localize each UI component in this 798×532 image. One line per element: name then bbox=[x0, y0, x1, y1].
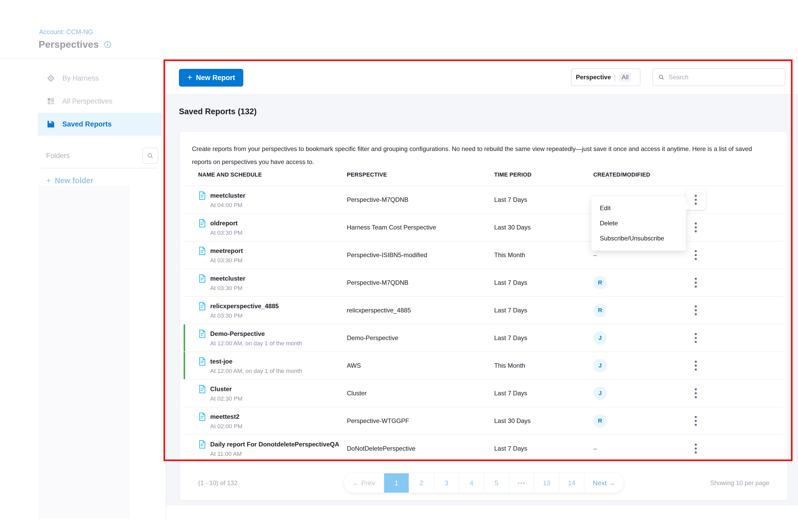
report-name: Cluster bbox=[210, 385, 232, 393]
search-box bbox=[652, 68, 785, 86]
perspective-cell: Harness Team Cost Perspective bbox=[347, 224, 494, 231]
report-name-cell[interactable]: ClusterAt 02:30 PM bbox=[198, 385, 347, 402]
report-doc-icon bbox=[198, 274, 206, 283]
pagination-page-13[interactable]: 13 bbox=[534, 473, 559, 493]
report-name-cell[interactable]: meetclusterAt 03:30 PM bbox=[198, 274, 347, 291]
report-name-cell[interactable]: meetclusterAt 04:00 PM bbox=[198, 191, 347, 209]
avatar: R bbox=[593, 304, 607, 317]
sidebar-item-label: Saved Reports bbox=[62, 120, 112, 128]
report-doc-icon bbox=[198, 329, 206, 338]
sidebar-item-saved-reports[interactable]: Saved Reports bbox=[38, 113, 163, 136]
report-schedule: At 12:00 AM, on day 1 of the month bbox=[198, 340, 347, 347]
info-icon[interactable] bbox=[103, 40, 112, 49]
row-menu-kebab-button[interactable] bbox=[686, 383, 706, 403]
row-menu-kebab-button[interactable] bbox=[686, 356, 706, 376]
report-schedule: At 03:30 PM bbox=[198, 229, 347, 236]
report-doc-icon bbox=[198, 412, 206, 421]
report-name-cell[interactable]: Demo-PerspectiveAt 12:00 AM, on day 1 of… bbox=[198, 329, 347, 347]
report-doc-icon bbox=[198, 302, 206, 310]
new-report-label: New Report bbox=[196, 74, 235, 82]
table-header-row: NAME AND SCHEDULE PERSPECTIVE TIME PERIO… bbox=[184, 172, 784, 178]
menu-item-delete[interactable]: Delete bbox=[591, 216, 686, 231]
report-schedule: At 03:30 PM bbox=[198, 312, 347, 319]
report-name: relicxperspective_4885 bbox=[210, 303, 279, 310]
report-name: oldreport bbox=[210, 220, 238, 227]
avatar: J bbox=[593, 331, 607, 345]
perspective-cell: Perspective-M7QDNB bbox=[347, 279, 494, 286]
sidebar-skeleton-panel bbox=[39, 186, 130, 518]
folders-search-button[interactable] bbox=[142, 148, 158, 164]
report-schedule: At 03:30 PM bbox=[198, 257, 347, 264]
saved-reports-card: Create reports from your perspectives to… bbox=[180, 132, 787, 500]
report-doc-icon bbox=[198, 385, 206, 394]
pagination-page-3[interactable]: 3 bbox=[434, 473, 459, 493]
row-menu-kebab-button[interactable] bbox=[686, 245, 706, 265]
table-row: oldreportAt 03:30 PMHarness Team Cost Pe… bbox=[184, 214, 784, 242]
report-schedule: At 04:00 PM bbox=[198, 202, 347, 209]
folders-label: Folders bbox=[46, 152, 70, 160]
chevron-down-icon bbox=[634, 74, 636, 80]
pagination-showing-label: Showing 10 per page bbox=[710, 479, 769, 487]
plus-icon: + bbox=[46, 176, 51, 185]
column-header-perspective: PERSPECTIVE bbox=[347, 172, 494, 178]
time-period-cell: Last 30 Days bbox=[494, 224, 593, 231]
pagination-prev-button[interactable]: ← Prev bbox=[344, 473, 384, 493]
report-doc-icon bbox=[198, 357, 206, 366]
avatar: R bbox=[593, 276, 607, 289]
report-name-cell[interactable]: oldreportAt 03:30 PM bbox=[198, 219, 347, 236]
menu-item-edit[interactable]: Edit bbox=[591, 201, 686, 216]
table-row: meetreportAt 03:30 PMPerspective-ISIBN5-… bbox=[184, 242, 784, 269]
pagination-page-2[interactable]: 2 bbox=[408, 473, 434, 493]
perspective-cell: DoNotDeletePerspective bbox=[347, 445, 494, 452]
filter-label: Perspective bbox=[576, 74, 611, 81]
card-description: Create reports from your perspectives to… bbox=[192, 142, 760, 169]
pagination-pill: ← Prev 12345•••1314Next → bbox=[344, 473, 624, 493]
report-name: test-joe bbox=[210, 358, 232, 365]
report-name-cell[interactable]: meetreportAt 03:30 PM bbox=[198, 246, 347, 264]
report-name-cell[interactable]: Daily report For DonotdeletePerspectiveQ… bbox=[198, 440, 347, 457]
folders-row: Folders bbox=[38, 148, 163, 164]
row-menu-kebab-button[interactable] bbox=[686, 273, 706, 292]
pagination-next-button[interactable]: Next → bbox=[584, 473, 624, 493]
table-row: meettest2At 02:00 PMPerspective-WTGGPFLa… bbox=[184, 407, 784, 435]
row-menu-kebab-button[interactable] bbox=[686, 328, 706, 348]
table-row: Demo-PerspectiveAt 12:00 AM, on day 1 of… bbox=[184, 324, 784, 352]
menu-item-subscribe[interactable]: Subscribe/Unsubscribe bbox=[591, 231, 686, 246]
perspective-cell: Perspective-M7QDNB bbox=[347, 196, 494, 204]
avatar: J bbox=[593, 359, 607, 373]
pagination-page-1[interactable]: 1 bbox=[384, 473, 408, 493]
sidebar-item-all-perspectives[interactable]: All Perspectives bbox=[38, 90, 163, 113]
pagination-page-14[interactable]: 14 bbox=[559, 473, 584, 493]
search-input[interactable] bbox=[669, 74, 780, 81]
time-period-cell: Last 7 Days bbox=[494, 196, 593, 204]
pagination-ellipsis[interactable]: ••• bbox=[509, 473, 534, 493]
perspective-filter-dropdown[interactable]: Perspective | All bbox=[571, 68, 641, 86]
page-title: Perspectives bbox=[39, 39, 99, 50]
report-name-cell[interactable]: test-joeAt 12:00 AM, on day 1 of the mon… bbox=[198, 357, 347, 375]
row-menu-kebab-button[interactable] bbox=[686, 411, 706, 431]
time-period-cell: Last 7 Days bbox=[494, 334, 593, 342]
table-row: relicxperspective_4885At 03:30 PMrelicxp… bbox=[184, 297, 784, 324]
avatar: J bbox=[593, 386, 607, 400]
sidebar-item-by-harness[interactable]: By Harness bbox=[38, 67, 163, 90]
sidebar: By Harness All Perspectives Saved Report… bbox=[38, 67, 163, 185]
sidebar-item-label: By Harness bbox=[62, 74, 99, 82]
row-menu-kebab-button[interactable] bbox=[686, 300, 706, 320]
row-menu-kebab-button[interactable] bbox=[686, 439, 706, 458]
pagination-page-4[interactable]: 4 bbox=[459, 473, 484, 493]
plus-icon: + bbox=[187, 73, 192, 82]
report-name: meetcluster bbox=[210, 275, 245, 282]
pagination-page-5[interactable]: 5 bbox=[484, 473, 509, 493]
header-divider bbox=[0, 58, 798, 59]
account-breadcrumb[interactable]: Account: CCM-NG bbox=[39, 28, 93, 36]
pagination-range-label: (1 - 10) of 132 bbox=[198, 479, 238, 487]
perspective-cell: AWS bbox=[347, 362, 494, 369]
pagination-row: (1 - 10) of 132 ← Prev 12345•••1314Next … bbox=[180, 473, 787, 493]
time-period-cell: Last 7 Days bbox=[494, 445, 593, 452]
new-folder-button[interactable]: + New folder bbox=[46, 176, 163, 185]
time-period-cell: This Month bbox=[494, 362, 593, 369]
row-menu-kebab-button[interactable] bbox=[686, 217, 706, 237]
report-name-cell[interactable]: relicxperspective_4885At 03:30 PM bbox=[198, 302, 347, 319]
new-report-button[interactable]: + New Report bbox=[179, 69, 243, 87]
report-name-cell[interactable]: meettest2At 02:00 PM bbox=[198, 412, 347, 430]
